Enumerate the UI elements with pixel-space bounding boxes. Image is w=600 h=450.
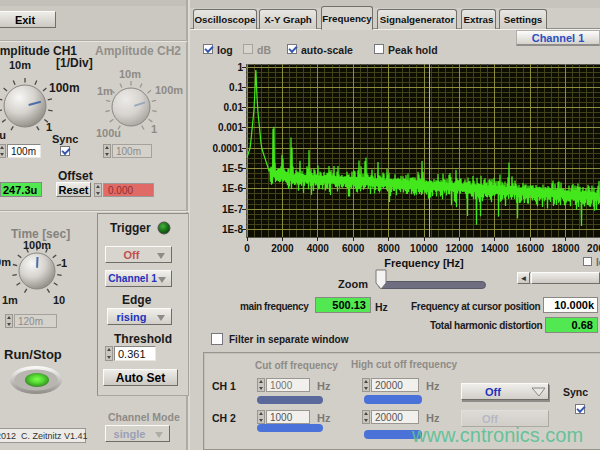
svg-text:1E-6: 1E-6 [222, 183, 244, 194]
svg-text:12000: 12000 [445, 243, 473, 254]
svg-text:1E-5: 1E-5 [222, 163, 244, 174]
svg-text:1E-8: 1E-8 [222, 224, 244, 235]
svg-text:0: 0 [244, 243, 250, 254]
svg-text:20000: 20000 [587, 243, 600, 254]
svg-text:Frequency [Hz]: Frequency [Hz] [384, 257, 464, 269]
svg-text:0.001: 0.001 [218, 122, 243, 133]
svg-text:2000: 2000 [271, 243, 294, 254]
svg-text:16000: 16000 [516, 243, 544, 254]
svg-text:8000: 8000 [377, 243, 400, 254]
svg-text:1E-7: 1E-7 [222, 204, 244, 215]
svg-text:4000: 4000 [307, 243, 330, 254]
svg-text:0.0001: 0.0001 [212, 143, 243, 154]
svg-text:6000: 6000 [342, 243, 365, 254]
svg-text:0.1: 0.1 [229, 82, 243, 93]
svg-text:18000: 18000 [552, 243, 580, 254]
svg-text:0.01: 0.01 [224, 102, 244, 113]
svg-text:10000: 10000 [410, 243, 438, 254]
svg-text:14000: 14000 [481, 243, 509, 254]
